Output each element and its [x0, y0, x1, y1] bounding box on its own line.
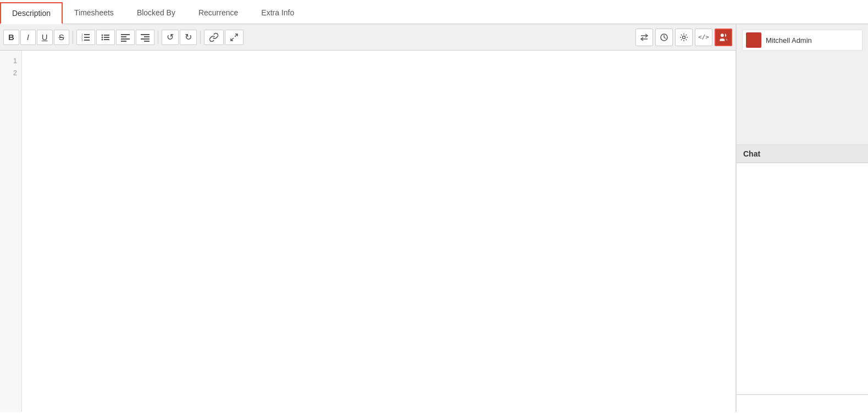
svg-rect-9 [104, 37, 109, 38]
link-button[interactable] [204, 30, 224, 45]
tab-blocked-by[interactable]: Blocked By [125, 2, 187, 24]
gear-button[interactable] [675, 29, 693, 46]
main-layout: B I U S 1 2 3 [0, 24, 868, 412]
tab-description[interactable]: Description [0, 2, 63, 24]
assignees-section: Mitchell Admin [737, 24, 868, 145]
svg-rect-12 [121, 34, 130, 35]
svg-point-8 [101, 36, 103, 38]
tab-extra-info[interactable]: Extra Info [250, 2, 306, 24]
svg-rect-13 [121, 36, 126, 37]
italic-button[interactable]: I [20, 30, 36, 45]
separator-3 [200, 31, 201, 44]
underline-button[interactable]: U [37, 30, 53, 45]
editor-area: B I U S 1 2 3 [0, 24, 736, 412]
svg-rect-2 [84, 40, 90, 41]
toolbar: B I U S 1 2 3 [0, 24, 736, 51]
ordered-list-button[interactable]: 1 2 3 [76, 30, 95, 45]
code-button[interactable]: </> [695, 29, 712, 46]
svg-rect-18 [141, 38, 150, 40]
chat-header: Chat [737, 145, 868, 163]
svg-rect-19 [144, 41, 150, 42]
tab-recurrence[interactable]: Recurrence [187, 2, 250, 24]
line-number-2: 2 [0, 67, 17, 79]
expand-button[interactable] [225, 30, 244, 45]
svg-line-26 [664, 37, 666, 38]
chat-messages[interactable] [737, 163, 868, 394]
chat-input-area [737, 394, 868, 412]
align-left-button[interactable] [116, 30, 135, 45]
chat-input[interactable] [739, 397, 866, 410]
bold-button[interactable]: B [3, 30, 19, 45]
assignee-row: Mitchell Admin [742, 30, 863, 51]
avatar-panel-button[interactable] [715, 29, 732, 46]
toolbar-right: </> [635, 29, 732, 46]
tabs-bar: Description Timesheets Blocked By Recurr… [0, 0, 868, 24]
tab-timesheets[interactable]: Timesheets [63, 2, 125, 24]
strikethrough-button[interactable]: S [54, 30, 69, 45]
svg-point-28 [721, 34, 724, 37]
svg-rect-7 [104, 35, 109, 36]
svg-point-6 [101, 34, 103, 36]
svg-point-10 [101, 38, 103, 40]
transfer-button[interactable] [635, 29, 653, 46]
svg-text:3: 3 [81, 38, 83, 42]
svg-rect-15 [121, 41, 126, 42]
align-right-button[interactable] [136, 30, 154, 45]
editor-content: 1 2 [0, 51, 736, 412]
svg-rect-16 [141, 34, 150, 35]
chat-section: Chat [737, 145, 868, 412]
assignee-name: Mitchell Admin [766, 36, 812, 44]
assignee-avatar [746, 32, 761, 48]
svg-rect-17 [144, 36, 150, 37]
separator-1 [73, 31, 73, 44]
clock-button[interactable] [655, 29, 673, 46]
redo-button[interactable]: ↻ [180, 30, 197, 45]
svg-rect-0 [84, 34, 90, 35]
svg-point-27 [683, 36, 685, 38]
unordered-list-button[interactable] [96, 30, 115, 45]
svg-rect-11 [104, 39, 109, 40]
separator-2 [158, 31, 158, 44]
line-number-1: 1 [0, 55, 17, 67]
svg-rect-1 [84, 37, 90, 38]
right-sidebar: Mitchell Admin Chat [736, 24, 868, 412]
editor-textarea[interactable] [22, 51, 736, 412]
undo-button[interactable]: ↺ [162, 30, 179, 45]
svg-rect-14 [121, 38, 130, 40]
line-numbers: 1 2 [0, 51, 22, 412]
